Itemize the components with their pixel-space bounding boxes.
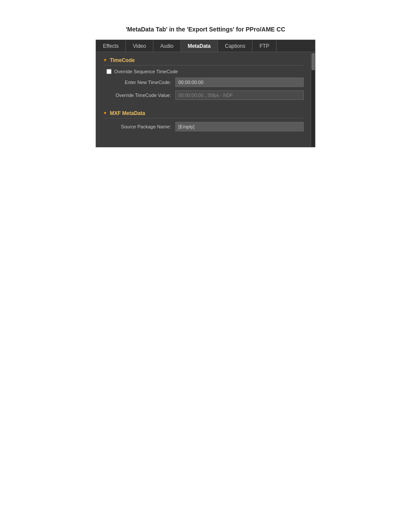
timecode-section-header: ▼ TimeCode (103, 57, 304, 65)
tab-ftp[interactable]: FTP (252, 40, 277, 52)
tab-bar: Effects Video Audio MetaData Captions FT… (96, 40, 315, 52)
scrollbar-thumb[interactable] (311, 53, 315, 70)
override-timecode-value-label: Override TimeCode Value: (106, 93, 175, 98)
timecode-section-title: TimeCode (110, 57, 135, 63)
tab-metadata[interactable]: MetaData (181, 40, 218, 52)
source-package-name-row: Source Package Name: (103, 122, 304, 131)
override-sequence-timecode-row: Override Sequence TimeCode (103, 69, 304, 74)
panel-body: ▼ TimeCode Override Sequence TimeCode En… (96, 52, 315, 147)
timecode-section: ▼ TimeCode Override Sequence TimeCode En… (103, 57, 304, 103)
enter-new-timecode-input[interactable] (175, 78, 304, 87)
mxf-metadata-section-header: ▼ MXF MetaData (103, 110, 304, 118)
timecode-collapse-arrow[interactable]: ▼ (103, 58, 107, 62)
tab-video[interactable]: Video (126, 40, 153, 52)
page-title: 'MetaData Tab' in the 'Export Settings' … (126, 26, 285, 33)
enter-new-timecode-row: Enter New TimeCode: (103, 78, 304, 87)
mxf-metadata-section: ▼ MXF MetaData Source Package Name: (103, 110, 304, 135)
enter-new-timecode-label: Enter New TimeCode: (106, 80, 175, 85)
source-package-name-input[interactable] (175, 122, 304, 131)
tab-audio[interactable]: Audio (153, 40, 181, 52)
source-package-name-label: Source Package Name: (106, 124, 175, 129)
tab-effects[interactable]: Effects (96, 40, 126, 52)
tab-captions[interactable]: Captions (218, 40, 252, 52)
panel-content: ▼ TimeCode Override Sequence TimeCode En… (96, 52, 311, 147)
override-sequence-timecode-checkbox[interactable] (106, 69, 112, 74)
override-sequence-timecode-label[interactable]: Override Sequence TimeCode (114, 69, 178, 74)
mxf-metadata-section-title: MXF MetaData (110, 110, 145, 116)
mxf-metadata-collapse-arrow[interactable]: ▼ (103, 111, 107, 115)
override-timecode-value-row: Override TimeCode Value: (103, 90, 304, 100)
override-timecode-value-input (175, 90, 304, 100)
export-settings-panel: Effects Video Audio MetaData Captions FT… (96, 40, 315, 147)
scrollbar[interactable] (311, 52, 315, 147)
